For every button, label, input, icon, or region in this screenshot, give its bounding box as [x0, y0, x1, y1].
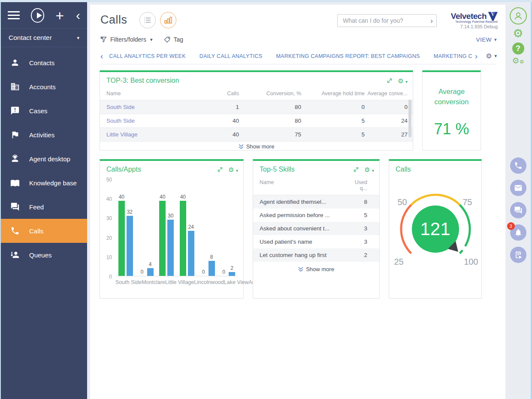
- notifications-button[interactable]: 3: [510, 224, 526, 241]
- sidebar-item-contacts[interactable]: Contacts: [1, 51, 87, 75]
- list-icon: [144, 17, 151, 24]
- sidebar-item-accounts[interactable]: Accounts: [1, 75, 87, 99]
- table-row[interactable]: Little Village 40 75 5 27: [100, 128, 413, 142]
- sidebar-item-label: Calls: [29, 227, 43, 235]
- bar-calls[interactable]: [159, 201, 166, 276]
- business-process-tasks-button[interactable]: [510, 247, 526, 263]
- bar-appts[interactable]: [209, 261, 215, 276]
- user-profile-button[interactable]: [510, 7, 527, 24]
- plot-area: 40 32 0 4 40 30 40 24: [115, 182, 238, 276]
- column-header[interactable]: Name: [100, 88, 198, 100]
- tab-daily-call-analytics[interactable]: DAILY CALL ANALYTICS: [200, 53, 263, 59]
- sidebar-item-knowledge-base[interactable]: Knowledge base: [1, 171, 87, 195]
- expand-icon[interactable]: [387, 78, 393, 84]
- right-rail: ⚙ ? ⚙⚙ 3: [505, 2, 532, 399]
- sidebar-item-activities[interactable]: Activities: [1, 123, 87, 147]
- sidebar-item-feed[interactable]: Feed: [1, 195, 87, 219]
- list-view-button[interactable]: [139, 12, 156, 28]
- show-more-label: Show more: [306, 266, 334, 272]
- bar-calls[interactable]: [180, 201, 186, 276]
- bar-calls[interactable]: [118, 201, 125, 276]
- expand-icon[interactable]: [353, 166, 359, 172]
- x-axis: South Side Montclare Little Village Linc…: [115, 278, 239, 287]
- sidebar-item-calls[interactable]: Calls: [1, 219, 87, 243]
- filters-folders-button[interactable]: Filters/folders ▾: [100, 36, 153, 43]
- widget-gear-button[interactable]: ⚙ ▾: [364, 166, 374, 173]
- tab-call-analytics-per-week[interactable]: CALL ANALYTICS PER WEEK: [109, 53, 185, 59]
- tab-marketing-campaigns-report[interactable]: MARKETING CAMPAIGNS REPORT: BEST CAMPAIG…: [276, 53, 420, 59]
- record-link[interactable]: Little Village: [100, 128, 198, 141]
- tabs-scroll-right-icon[interactable]: ›: [475, 52, 478, 60]
- dashboard-tabs: ‹ CALL ANALYTICS PER WEEK DAILY CALL ANA…: [100, 48, 497, 64]
- book-icon: [10, 178, 20, 187]
- sidebar-item-cases[interactable]: Cases: [1, 99, 87, 123]
- table-row[interactable]: South Side 40 80 5 24: [100, 114, 413, 128]
- widget-top5-skills: Top-5 Skills ⚙ ▾ Name Used q... Agent id…: [253, 159, 380, 299]
- help-button[interactable]: ?: [512, 42, 524, 54]
- table-row[interactable]: Used patient's name 3: [253, 235, 379, 248]
- workspace-selector[interactable]: Contact center ▾: [1, 29, 87, 47]
- table-row[interactable]: Asked permission before ... 5: [253, 209, 379, 222]
- record-link[interactable]: South Side: [100, 114, 198, 127]
- bar-appts[interactable]: [167, 220, 174, 276]
- table-scrollbar[interactable]: [408, 100, 411, 137]
- filters-toolbar: Filters/folders ▾ Tag VIEW ▾: [90, 29, 505, 46]
- bar-group: 40 32: [115, 182, 136, 276]
- menu-icon[interactable]: [8, 9, 20, 21]
- chevron-down-icon: ▾: [150, 37, 153, 42]
- bar-appts[interactable]: [147, 268, 154, 276]
- view-toggles: [139, 12, 176, 28]
- sidebar-item-agent-desktop[interactable]: Agent desktop: [1, 147, 87, 171]
- system-designer-icon[interactable]: ⚙⚙: [512, 57, 524, 65]
- collapse-sidebar-icon[interactable]: ‹: [76, 10, 80, 21]
- column-header[interactable]: Name: [253, 177, 351, 195]
- search-submit-icon[interactable]: ›: [430, 17, 433, 24]
- record-link[interactable]: South Side: [100, 100, 198, 114]
- search-input[interactable]: [343, 17, 430, 24]
- bar-group: 0 4: [136, 182, 157, 276]
- cell-used-qty: 3: [351, 235, 379, 248]
- email-panel-button[interactable]: [510, 180, 526, 196]
- analytics-view-button[interactable]: [160, 12, 176, 28]
- bar-appts[interactable]: [127, 216, 133, 276]
- chat-bubbles-icon: [514, 206, 523, 215]
- bar-appts[interactable]: [229, 272, 235, 276]
- column-header[interactable]: Used q...: [351, 177, 379, 195]
- widget-gear-button[interactable]: ⚙ ▾: [228, 166, 238, 173]
- tab-marketing-truncated[interactable]: MARKETING C: [434, 53, 472, 59]
- chat-panel-button[interactable]: [510, 202, 526, 218]
- show-more-button[interactable]: Show more: [253, 264, 379, 274]
- phone-icon: [514, 161, 523, 170]
- view-menu-button[interactable]: VIEW ▾: [476, 36, 497, 43]
- command-line[interactable]: ›: [337, 14, 437, 27]
- table-row[interactable]: Agent identified themsel... 8: [253, 195, 379, 209]
- top3-table-header: Name Calls Conversion, % Average hold ti…: [100, 88, 413, 100]
- settings-gear-icon[interactable]: ⚙: [513, 28, 523, 39]
- table-row[interactable]: Let customer hang up first 2: [253, 248, 379, 262]
- add-icon[interactable]: +: [55, 9, 64, 22]
- show-more-button[interactable]: Show more: [100, 142, 413, 151]
- bar-chart: 50 40 30 20 10 0 40 32 0: [103, 179, 239, 287]
- bar-appts[interactable]: [188, 231, 194, 276]
- tabs-scroll-left-icon[interactable]: ‹: [100, 52, 103, 60]
- widget-title: TOP-3: Best conversion: [106, 77, 179, 85]
- column-header[interactable]: Conversion, %: [241, 88, 303, 100]
- cell-hold-time: 5: [303, 114, 366, 127]
- process-play-icon[interactable]: [31, 8, 45, 23]
- cell-used-qty: 5: [351, 209, 379, 222]
- case-bubble-icon: [10, 106, 20, 115]
- chevron-down-icon: ▾: [494, 53, 497, 59]
- sidebar-item-label: Activities: [29, 131, 54, 139]
- table-row[interactable]: Asked about convenient t... 3: [253, 222, 379, 235]
- dashboard-settings-button[interactable]: ⚙ ▾: [486, 53, 497, 60]
- tag-button[interactable]: Tag: [164, 36, 184, 43]
- column-header[interactable]: Calls: [198, 88, 241, 100]
- calls-panel-button[interactable]: [510, 157, 526, 174]
- expand-icon[interactable]: [217, 166, 223, 172]
- bell-icon: [514, 228, 523, 237]
- widget-gear-button[interactable]: ⚙ ▾: [398, 78, 408, 84]
- column-header[interactable]: Average conve...: [366, 88, 409, 100]
- table-row[interactable]: South Side 1 80 0 0: [100, 100, 413, 114]
- sidebar-item-queues[interactable]: Queues: [1, 243, 87, 267]
- column-header[interactable]: Average hold time: [303, 88, 366, 100]
